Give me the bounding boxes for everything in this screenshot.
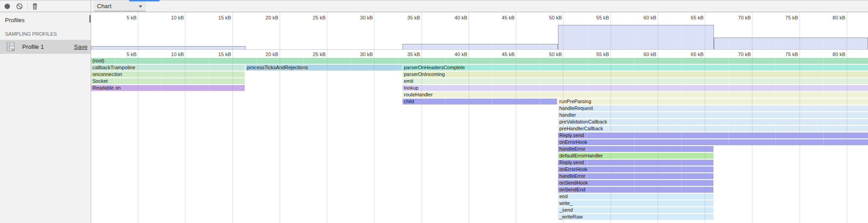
ruler-tick-label: 25 kB [295, 52, 325, 57]
flame-bar[interactable]: Socket [91, 78, 245, 84]
ruler-tick-label: 35 kB [390, 15, 420, 20]
view-mode-select[interactable]: Chart [94, 1, 146, 11]
profile-document-icon: % [7, 42, 15, 52]
ruler-tick-label: 80 kB [815, 52, 845, 57]
flame-bar[interactable]: handleError [558, 146, 713, 152]
flame-bar[interactable]: routeHandler [402, 92, 868, 98]
overview-area-segment [91, 46, 246, 49]
clear-button[interactable] [14, 0, 25, 12]
flame-bar[interactable]: handleRequest [558, 105, 868, 111]
ruler-tick-label: 75 kB [768, 15, 798, 20]
ruler-tick-label: 30 kB [343, 15, 373, 20]
flame-bar[interactable]: processTicksAndRejections [246, 65, 402, 71]
flame-bar[interactable]: Reply.send [558, 133, 868, 138]
active-tab-indicator [129, 0, 160, 1]
flame-bar[interactable]: handler [558, 112, 868, 118]
svg-text:%: % [11, 47, 14, 52]
toolbar-left [0, 0, 91, 12]
flame-bar[interactable]: onconnection [91, 71, 245, 77]
record-circle-icon [1, 0, 13, 12]
overview-area-segment [402, 44, 558, 49]
trash-icon [29, 0, 41, 12]
flame-bar[interactable]: Reply.send [558, 160, 713, 166]
flame-bar[interactable]: emit [402, 78, 868, 84]
ruler-tick-label: 50 kB [532, 15, 562, 20]
ruler-tick-label: 20 kB [248, 52, 278, 57]
ruler-tick-label: 55 kB [579, 52, 609, 57]
ruler-tick-label: 45 kB [484, 52, 514, 57]
toolbar: Chart [0, 0, 868, 12]
flame-bar[interactable]: _send [558, 207, 713, 213]
ruler-tick-label: 80 kB [815, 15, 845, 20]
profiles-sidebar: Profiles SAMPLING PROFILES % Profile 1 S… [0, 13, 91, 223]
flame-bar[interactable]: (root) [91, 58, 868, 64]
flame-bar[interactable]: handleError [558, 173, 713, 179]
ruler-tick-label: 45 kB [484, 15, 514, 20]
save-profile-link[interactable]: Save [74, 43, 87, 50]
ruler-tick-label: 40 kB [437, 15, 467, 20]
flame-bar[interactable]: Readable.on [91, 85, 245, 91]
flame-chart-ruler: 5 kB10 kB15 kB20 kB25 kB30 kB35 kB40 kB4… [91, 50, 868, 57]
overview-area-segment [714, 38, 868, 49]
ruler-tick-label: 75 kB [768, 52, 798, 57]
dropdown-arrow-icon [139, 5, 142, 8]
ruler-tick-label: 10 kB [154, 52, 184, 57]
ruler-tick-label: 5 kB [106, 52, 136, 57]
flame-chart-rows: (root)callbackTrampolineprocessTicksAndR… [91, 57, 868, 223]
toolbar-separator [27, 2, 28, 10]
block-icon [14, 0, 25, 12]
profiler-panel: Chart Profiles SAMPLING PROFILES % [0, 0, 868, 223]
ruler-tick-label: 20 kB [248, 15, 278, 20]
flame-bar[interactable]: preValidationCallback [558, 119, 868, 125]
flame-bar[interactable]: onSendHook [558, 180, 713, 186]
flame-bar[interactable]: onErrorHook [558, 166, 713, 172]
ruler-tick-label: 30 kB [343, 52, 373, 57]
flame-bar[interactable]: child [402, 99, 557, 104]
ruler-tick-label: 70 kB [721, 15, 751, 20]
ruler-tick-label: 35 kB [390, 52, 420, 57]
record-button[interactable] [1, 0, 13, 12]
flame-bar[interactable]: _writeRaw [558, 214, 713, 220]
sidebar-section-label: SAMPLING PROFILES [5, 31, 57, 37]
ruler-tick-label: 25 kB [295, 15, 325, 20]
flame-bar[interactable]: lookup [402, 85, 868, 91]
overview-area-segment [558, 25, 714, 49]
profile-name: Profile 1 [22, 43, 44, 50]
ruler-tick-label: 55 kB [579, 15, 609, 20]
flame-bar[interactable]: onSendEnd [558, 187, 713, 193]
ruler-tick-label: 15 kB [201, 52, 231, 57]
ruler-tick-label: 65 kB [673, 15, 703, 20]
flame-bar[interactable]: callbackTrampoline [91, 65, 245, 71]
memory-overview[interactable]: 5 kB10 kB15 kB20 kB25 kB30 kB35 kB40 kB4… [91, 12, 868, 50]
flame-bar[interactable]: onErrorHook [558, 139, 868, 145]
flame-chart-pane: 5 kB10 kB15 kB20 kB25 kB30 kB35 kB40 kB4… [91, 12, 868, 223]
flame-bar[interactable]: defaultErrorHandler [558, 153, 713, 159]
sidebar-title: Profiles [5, 17, 24, 24]
flame-bar[interactable]: preHandlerCallback [558, 126, 868, 132]
ruler-tick-label: 40 kB [437, 52, 467, 57]
ruler-tick-label: 60 kB [626, 15, 656, 20]
ruler-tick-label: 70 kB [721, 52, 751, 57]
flame-bar[interactable]: parserOnIncoming [402, 71, 868, 77]
flame-bar[interactable]: parserOnHeadersComplete [402, 65, 868, 71]
ruler-tick-label: 5 kB [106, 15, 136, 20]
flame-bar[interactable]: write_ [558, 200, 713, 206]
delete-profile-button[interactable] [29, 0, 41, 12]
view-mode-value: Chart [97, 3, 112, 9]
panel-divider [91, 0, 91, 223]
ruler-tick-label: 15 kB [201, 15, 231, 20]
ruler-tick-label: 10 kB [154, 15, 184, 20]
flame-bar[interactable]: end [558, 194, 713, 199]
flame-bar[interactable]: runPreParsing [558, 99, 868, 104]
ruler-tick-label: 50 kB [532, 52, 562, 57]
ruler-tick-label: 60 kB [626, 52, 656, 57]
profile-item[interactable]: % Profile 1 Save [0, 40, 91, 54]
ruler-tick-label: 65 kB [673, 52, 703, 57]
